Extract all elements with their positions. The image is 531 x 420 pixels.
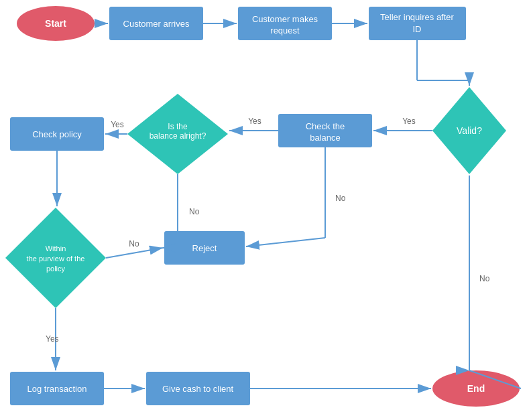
check-policy-label: Check policy bbox=[32, 129, 82, 139]
purview-yes-label: Yes bbox=[46, 334, 59, 344]
check-balance-yes-label: Yes bbox=[248, 117, 261, 126]
balance-alright-no-label: No bbox=[189, 207, 200, 216]
customer-arrives-label: Customer arrives bbox=[123, 19, 190, 29]
teller-id-label2: ID bbox=[413, 24, 422, 34]
valid-label: Valid? bbox=[457, 125, 482, 136]
give-cash-label: Give cash to client bbox=[162, 384, 234, 394]
arrow-balance-no-reject bbox=[246, 238, 325, 247]
check-balance-label1: Check the bbox=[306, 121, 345, 131]
valid-no-label: No bbox=[479, 274, 490, 283]
purview-no-label: No bbox=[129, 239, 139, 249]
balance-alright-yes-label: Yes bbox=[111, 120, 124, 129]
purview-label3: policy bbox=[46, 265, 66, 273]
balance-no-label: No bbox=[335, 194, 346, 203]
customer-request-label: Customer makes bbox=[252, 14, 318, 24]
purview-label2: the purview of the bbox=[27, 255, 85, 263]
check-balance-label2: balance bbox=[310, 133, 341, 143]
balance-alright-label2: balance alright? bbox=[150, 131, 206, 141]
start-label: Start bbox=[45, 18, 66, 29]
flowchart: Start Customer arrives Customer makes re… bbox=[0, 0, 531, 420]
valid-yes-label: Yes bbox=[402, 117, 416, 126]
purview-label1: Within bbox=[46, 244, 66, 253]
customer-request-label2: request bbox=[270, 25, 300, 36]
teller-id-label1: Teller inquires after bbox=[380, 12, 454, 22]
log-transaction-label: Log transaction bbox=[27, 384, 87, 394]
end-label: End bbox=[467, 383, 485, 394]
arrow-purview-no bbox=[106, 248, 163, 258]
reject-label: Reject bbox=[192, 243, 217, 253]
balance-alright-label1: Is the bbox=[168, 122, 188, 131]
